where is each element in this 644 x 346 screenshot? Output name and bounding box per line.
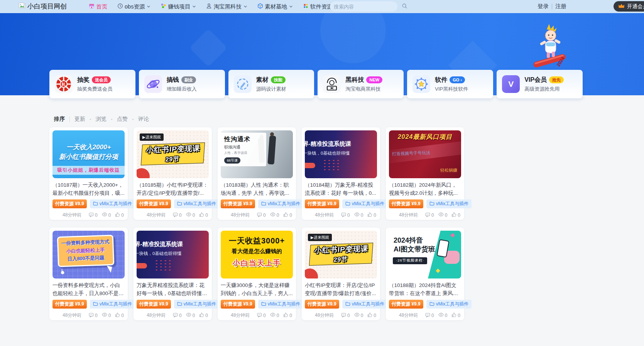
price-badge[interactable]: 付费资源 ¥9.9 [305, 300, 339, 309]
comment-count: 0 [89, 312, 98, 319]
price-badge[interactable]: 付费资源 ¥9.9 [137, 199, 171, 208]
card-thumbnail[interactable]: ▶进来围观小红书IP变现课29节 [305, 231, 377, 278]
sort-option-更新[interactable]: 更新 [74, 116, 85, 123]
category-link[interactable]: vMix工具与插件 [426, 300, 472, 309]
clock-icon [117, 3, 123, 10]
login-link[interactable]: 登录 [538, 3, 549, 10]
thumb-decor-dots [154, 259, 172, 271]
card-title[interactable]: （10187期）一天收入2000+，最新小红书颜值打分项目，吸... [52, 181, 125, 197]
card-thumbnail[interactable]: 界-精准投流系统课一块钱，0基础也听得懂 [305, 130, 377, 178]
nav-item-blocks[interactable]: 赚钱项目 [161, 3, 196, 10]
resource-card-grid: 一天收入2000+新小红书颜值打分项吸引小姐姐，刷爆后端收益 （10187期）一… [49, 127, 464, 320]
resource-card[interactable]: 界-精准投流系统课一块钱，0基础也听得懂 万象无界精准投流系统课：花好每一块钱，… [134, 228, 212, 320]
feature-title: VIP会员 [524, 76, 547, 84]
feature-card-抽奖[interactable]: 礼 抽奖 送会员 抽奖免费送会员 [49, 70, 135, 98]
search-box[interactable] [330, 2, 397, 12]
view-count: 0 [354, 312, 363, 318]
sort-option-浏览[interactable]: 浏览 [96, 116, 106, 123]
card-thumbnail[interactable]: 一天收益3000+看大佬是怎么赚钱的小白当天上手 [221, 231, 293, 278]
view-count: 0 [186, 312, 195, 318]
sort-option-点赞[interactable]: 点赞 [117, 116, 128, 123]
category-link[interactable]: vMix工具与插件 [174, 300, 220, 309]
price-badge[interactable]: 付费资源 ¥9.9 [52, 300, 87, 309]
view-count: 0 [102, 212, 111, 218]
price-badge[interactable]: 付费资源 ¥9.9 [389, 199, 423, 208]
price-badge[interactable]: 付费资源 ¥9.9 [52, 199, 87, 208]
card-title[interactable]: （10183期）人性 沟通术：职场沟通，先学 人性，再学说... [221, 181, 293, 197]
resource-card[interactable]: ▶进来围观小红书IP变现课29节 （10185期）小红书IP变现课：开店/定位/… [134, 127, 212, 220]
like-count: 0 [451, 312, 460, 319]
card-thumbnail[interactable]: 界-精准投流系统课一块钱，0基础也听得懂 [137, 231, 209, 278]
price-badge[interactable]: 付费资源 ¥9.9 [221, 300, 255, 309]
thumb-decor-blob [137, 263, 147, 268]
feature-description: 抽奖免费送会员 [77, 86, 112, 93]
category-link[interactable]: vMix工具与插件 [90, 199, 135, 208]
mascot-graphic: 2024 [531, 22, 568, 72]
store-icon [89, 3, 95, 10]
price-badge[interactable]: 付费资源 ¥9.9 [137, 300, 171, 309]
view-count: 0 [438, 212, 448, 218]
resource-card[interactable]: 性沟通术职场沟通人性，再学说话66节课 （10183期）人性 沟通术：职场沟通，… [218, 127, 296, 220]
resource-card[interactable]: 界-精准投流系统课一块钱，0基础也听得懂 （10184期）万象无界-精准投流系统… [302, 127, 380, 220]
category-link[interactable]: vMix工具与插件 [90, 300, 135, 309]
site-logo[interactable]: 小白项目网创 [19, 2, 67, 11]
feature-card-搞钱[interactable]: 搞钱 副业 增加睡后收入 [139, 70, 225, 98]
card-title[interactable]: （10184期）万象无界-精准投流系统课：花好 每一块钱，0... [305, 181, 377, 197]
dots-icon [303, 3, 309, 10]
category-link[interactable]: vMix工具与插件 [342, 300, 388, 309]
category-link[interactable]: vMix工具与插件 [342, 199, 388, 208]
thumb-headline: 2024最新风口项目 [389, 133, 461, 141]
nav-item-home[interactable]: 首页 [89, 3, 107, 10]
card-thumbnail[interactable]: 一天收入2000+新小红书颜值打分项吸引小姐姐，刷爆后端收益 [52, 130, 125, 178]
card-thumbnail[interactable]: 2024抖音AI图文带货班·26节视频课程· [389, 231, 461, 278]
chevron-down-icon [147, 5, 150, 8]
post-time: 48分钟前 [52, 312, 81, 319]
sort-option-评论[interactable]: 评论 [138, 116, 149, 123]
card-thumbnail[interactable]: ▶进来围观小红书IP变现课29节 [137, 130, 209, 178]
feature-description: 高级资源抢先用 [524, 86, 564, 93]
price-badge[interactable]: 付费资源 ¥9.9 [221, 199, 255, 208]
nav-item-cube[interactable]: 素材基地 [257, 3, 293, 10]
card-title[interactable]: （10188期）2024抖音AI图文带货班：在这个赛道上 乘风破... [389, 281, 461, 297]
software-gear-icon [412, 75, 430, 93]
card-title[interactable]: （10182期）2024年新风口，视频号分成2.0计划，多种玩... [389, 181, 461, 197]
resource-card[interactable]: ▶进来围观小红书IP变现课29节 小红书IP变现课：开店/定位/IP变现/直播带… [302, 228, 380, 320]
resource-card[interactable]: 2024最新风口项目打造视频号子号玩法轻松躺赚 （10182期）2024年新风口… [386, 127, 464, 220]
folder-icon [261, 201, 266, 207]
price-badge[interactable]: 付费资源 ¥9.9 [389, 300, 423, 309]
category-link[interactable]: vMix工具与插件 [174, 199, 220, 208]
price-badge[interactable]: 付费资源 ¥9.9 [305, 199, 339, 208]
card-thumbnail[interactable]: 2024最新风口项目打造视频号子号玩法轻松躺赚 [389, 130, 461, 178]
card-thumbnail[interactable]: 性沟通术职场沟通人性，再学说话66节课 [221, 130, 293, 178]
search-input[interactable] [334, 4, 402, 10]
category-link[interactable]: vMix工具与插件 [258, 199, 304, 208]
search-icon[interactable] [402, 3, 407, 10]
resource-card[interactable]: 一天收益3000+看大佬是怎么赚钱的小白当天上手 一天赚3000多，大佬是这样赚… [218, 228, 296, 320]
card-title[interactable]: 一份资料多种变现方式，小白也能轻松上手，日入800不是问题 [52, 281, 125, 297]
feature-card-VIP会员[interactable]: V VIP会员 抢先 高级资源抢先用 [497, 70, 583, 98]
thumb-tag: ·26节视频课程· [393, 257, 427, 264]
post-time: 48分钟前 [137, 212, 166, 218]
crown-icon [618, 3, 625, 10]
folder-icon [93, 201, 98, 207]
card-title[interactable]: 小红书IP变现课：开店/定位/IP变现/直播带货/爆款打造/涨价... [305, 281, 377, 297]
resource-card[interactable]: 一天收入2000+新小红书颜值打分项吸引小姐姐，刷爆后端收益 （10187期）一… [49, 127, 128, 220]
category-link[interactable]: vMix工具与插件 [258, 300, 304, 309]
card-title[interactable]: （10185期）小红书IP变现课：开店/定位/IP变现/直播带货/... [137, 181, 209, 197]
card-title[interactable]: 万象无界精准投流系统课：花好每一块钱，0基础也听得懂（... [137, 281, 209, 297]
sort-divider [69, 116, 70, 122]
resource-card[interactable]: 2024抖音AI图文带货班·26节视频课程· （10188期）2024抖音AI图… [386, 228, 464, 320]
card-thumbnail[interactable]: 一份资料多种变现方式小白也能轻松上手日入800不是问题 [52, 231, 125, 278]
register-link[interactable]: 注册 [555, 3, 566, 10]
folder-icon [345, 302, 350, 307]
nav-item-clock[interactable]: obs资源 [117, 3, 150, 10]
feature-card-软件[interactable]: 软件 GO › VIP黑科技软件 [407, 70, 493, 98]
resource-card[interactable]: 一份资料多种变现方式小白也能轻松上手日入800不是问题 一份资料多种变现方式，小… [49, 228, 128, 320]
feature-card-素材[interactable]: 素材 技能 源码设计素材 [228, 70, 314, 98]
card-title[interactable]: 一天赚3000多，大佬是这样赚到钱的，小白当天上手，穷人... [221, 281, 293, 297]
nav-item-person[interactable]: 淘宝黑科技 [206, 3, 247, 10]
category-link[interactable]: vMix工具与插件 [426, 199, 472, 208]
folder-icon [429, 201, 434, 207]
open-vip-button[interactable]: 开通会员 [614, 1, 644, 12]
feature-card-黑科技[interactable]: 黑科技 NEW 淘宝电商黑科技 [318, 70, 404, 98]
